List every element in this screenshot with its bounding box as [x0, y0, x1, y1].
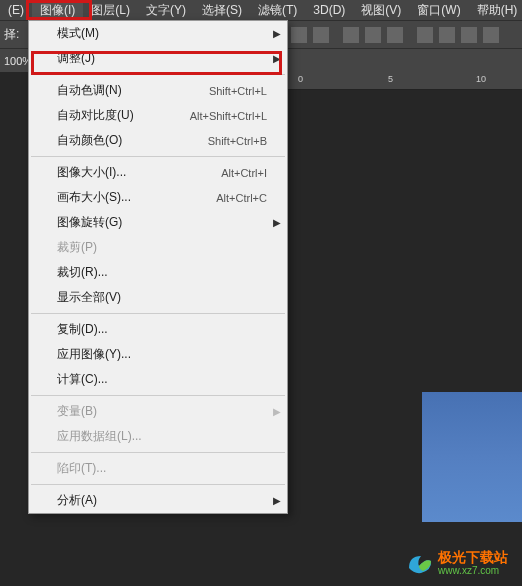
menu-duplicate[interactable]: 复制(D)...	[29, 317, 287, 342]
menu-apply-image[interactable]: 应用图像(Y)...	[29, 342, 287, 367]
menu-3d[interactable]: 3D(D)	[305, 1, 353, 19]
menu-text[interactable]: 文字(Y)	[138, 0, 194, 21]
menu-label: 显示全部(V)	[57, 289, 121, 306]
align-icon-4[interactable]	[343, 27, 359, 43]
menu-label: 自动颜色(O)	[57, 132, 122, 149]
menu-label: 计算(C)...	[57, 371, 108, 388]
align-icon-6[interactable]	[387, 27, 403, 43]
menu-auto-color[interactable]: 自动颜色(O) Shift+Ctrl+B	[29, 128, 287, 153]
align-icon-7[interactable]	[417, 27, 433, 43]
submenu-arrow-icon: ▶	[273, 217, 281, 228]
menu-auto-tone[interactable]: 自动色调(N) Shift+Ctrl+L	[29, 78, 287, 103]
menu-separator	[31, 484, 285, 485]
align-icon-8[interactable]	[439, 27, 455, 43]
menu-separator	[31, 452, 285, 453]
align-icon-10[interactable]	[483, 27, 499, 43]
align-icon-3[interactable]	[313, 27, 329, 43]
align-icon-5[interactable]	[365, 27, 381, 43]
menu-window[interactable]: 窗口(W)	[409, 0, 468, 21]
menu-label: 陷印(T)...	[57, 460, 106, 477]
submenu-arrow-icon: ▶	[273, 406, 281, 417]
menu-analysis[interactable]: 分析(A) ▶	[29, 488, 287, 513]
menu-apply-dataset: 应用数据组(L)...	[29, 424, 287, 449]
align-icon-2[interactable]	[291, 27, 307, 43]
menu-label: 应用图像(Y)...	[57, 346, 131, 363]
menu-view[interactable]: 视图(V)	[353, 0, 409, 21]
menu-calculations[interactable]: 计算(C)...	[29, 367, 287, 392]
menu-label: 裁切(R)...	[57, 264, 108, 281]
menu-layer[interactable]: 图层(L)	[83, 0, 138, 21]
menu-label: 画布大小(S)...	[57, 189, 131, 206]
menu-label: 图像旋转(G)	[57, 214, 122, 231]
watermark-title: 极光下载站	[438, 550, 508, 565]
canvas-image[interactable]	[422, 392, 522, 522]
menu-separator	[31, 74, 285, 75]
ruler-mark: 0	[298, 74, 303, 84]
submenu-arrow-icon: ▶	[273, 28, 281, 39]
menu-separator	[31, 395, 285, 396]
image-menu-dropdown: 模式(M) ▶ 调整(J) ▶ 自动色调(N) Shift+Ctrl+L 自动对…	[28, 20, 288, 514]
menu-separator	[31, 313, 285, 314]
watermark-logo-icon	[404, 548, 434, 578]
menu-shortcut: Alt+Ctrl+C	[216, 192, 267, 204]
menu-reveal-all[interactable]: 显示全部(V)	[29, 285, 287, 310]
menu-shortcut: Shift+Ctrl+B	[208, 135, 267, 147]
menu-separator	[31, 156, 285, 157]
align-icon-9[interactable]	[461, 27, 477, 43]
watermark-url: www.xz7.com	[438, 565, 508, 576]
menu-label: 图像大小(I)...	[57, 164, 126, 181]
menu-canvas-size[interactable]: 画布大小(S)... Alt+Ctrl+C	[29, 185, 287, 210]
menu-label: 自动对比度(U)	[57, 107, 134, 124]
menu-label: 调整(J)	[57, 50, 95, 67]
menu-label: 分析(A)	[57, 492, 97, 509]
menu-trim[interactable]: 裁切(R)...	[29, 260, 287, 285]
menu-shortcut: Shift+Ctrl+L	[209, 85, 267, 97]
menu-help[interactable]: 帮助(H)	[469, 0, 522, 21]
menu-trap: 陷印(T)...	[29, 456, 287, 481]
menu-shortcut: Alt+Shift+Ctrl+L	[190, 110, 267, 122]
menu-label: 自动色调(N)	[57, 82, 122, 99]
submenu-arrow-icon: ▶	[273, 53, 281, 64]
menu-shortcut: Alt+Ctrl+I	[221, 167, 267, 179]
menu-variables: 变量(B) ▶	[29, 399, 287, 424]
menu-label: 应用数据组(L)...	[57, 428, 142, 445]
submenu-arrow-icon: ▶	[273, 495, 281, 506]
menubar: (E) 图像(I) 图层(L) 文字(Y) 选择(S) 滤镜(T) 3D(D) …	[0, 0, 522, 20]
menu-edit[interactable]: (E)	[0, 1, 32, 19]
ruler-mark: 5	[388, 74, 393, 84]
menu-label: 变量(B)	[57, 403, 97, 420]
toolbar-label: 择:	[4, 26, 19, 43]
menu-image-size[interactable]: 图像大小(I)... Alt+Ctrl+I	[29, 160, 287, 185]
menu-crop: 裁剪(P)	[29, 235, 287, 260]
menu-label: 复制(D)...	[57, 321, 108, 338]
menu-label: 模式(M)	[57, 25, 99, 42]
ruler-mark: 10	[476, 74, 486, 84]
menu-mode[interactable]: 模式(M) ▶	[29, 21, 287, 46]
menu-image[interactable]: 图像(I)	[32, 0, 83, 21]
ruler: 0 5 10	[288, 72, 522, 90]
menu-select[interactable]: 选择(S)	[194, 0, 250, 21]
menu-label: 裁剪(P)	[57, 239, 97, 256]
watermark: 极光下载站 www.xz7.com	[404, 548, 508, 578]
menu-image-rotate[interactable]: 图像旋转(G) ▶	[29, 210, 287, 235]
menu-auto-contrast[interactable]: 自动对比度(U) Alt+Shift+Ctrl+L	[29, 103, 287, 128]
menu-filter[interactable]: 滤镜(T)	[250, 0, 305, 21]
menu-adjust[interactable]: 调整(J) ▶	[29, 46, 287, 71]
